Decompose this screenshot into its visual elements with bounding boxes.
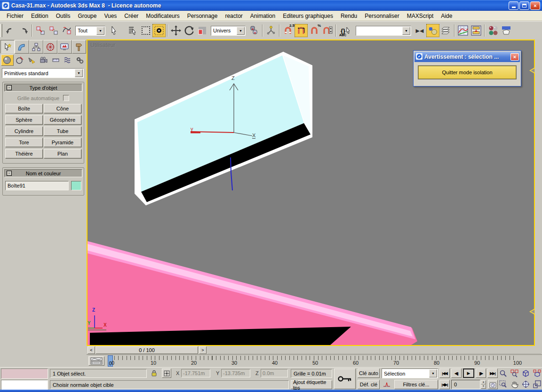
maxscript-mini-listener-macro[interactable] (1, 368, 48, 379)
minimize-button[interactable] (509, 1, 518, 10)
time-slider-track[interactable] (207, 346, 541, 354)
set-key-mode-button[interactable]: Déf. clé (358, 380, 380, 389)
add-time-tag-button[interactable]: Ajout étiquette tps (291, 380, 332, 389)
menu-item[interactable]: Aide (437, 11, 456, 21)
object-type-button[interactable]: Cylindre (5, 126, 43, 136)
menu-item[interactable]: Editeurs graphiques (279, 11, 337, 21)
reference-coordinate-dropdown[interactable]: Univers ▼ (211, 26, 246, 36)
snap-toggle-25-icon[interactable]: 2.5 (281, 24, 295, 37)
object-type-button[interactable]: Tore (5, 138, 43, 147)
category-lights-icon[interactable] (26, 55, 38, 66)
menu-item[interactable]: reactor (221, 11, 246, 21)
select-and-scale-icon[interactable] (196, 24, 209, 37)
dropdown-arrow-icon[interactable]: ▼ (96, 27, 104, 35)
pan-hand-icon[interactable] (509, 379, 520, 389)
category-dropdown[interactable]: Primitives standard ▼ (2, 68, 84, 78)
viewport-label[interactable]: Utilisateur (90, 42, 115, 48)
absolute-offset-toggle[interactable] (162, 368, 171, 378)
key-filters-button[interactable]: Filtres clé... (394, 380, 438, 389)
coord-x-field[interactable]: -17.751m (181, 369, 210, 377)
selection-lock-toggle[interactable] (152, 24, 166, 37)
percent-snap-toggle[interactable]: % (308, 24, 321, 37)
object-type-button[interactable]: Boîte (5, 104, 43, 113)
select-and-move-icon[interactable] (169, 24, 183, 37)
object-name-input[interactable]: Boîte91 (5, 181, 69, 190)
category-helpers-icon[interactable] (50, 55, 62, 66)
time-configuration-button[interactable] (488, 380, 498, 389)
selection-lock-icon[interactable] (149, 368, 159, 378)
redo-icon[interactable] (17, 24, 30, 37)
object-type-button[interactable]: Géosphère (44, 115, 81, 125)
selection-filter-dropdown[interactable]: Tout ▼ (75, 26, 105, 36)
menu-item[interactable]: Personnaliser (361, 11, 403, 21)
unlink-selection-icon[interactable] (47, 24, 60, 37)
zoom-extents-all-icon[interactable] (532, 368, 542, 378)
menu-item[interactable]: Personnage (183, 11, 222, 21)
zoom-all-icon[interactable] (509, 368, 520, 378)
object-type-button[interactable]: Pyramide (44, 138, 81, 147)
object-type-button[interactable]: Sphère (5, 115, 43, 125)
dialog-title-bar[interactable]: Avertissement : sélection ... × (414, 52, 520, 62)
category-geometry-icon[interactable] (1, 55, 14, 66)
name-color-rollout-header[interactable]: - Nom et couleur (4, 169, 82, 177)
previous-frame-arrow[interactable]: < (88, 346, 95, 354)
collapse-icon[interactable]: - (7, 171, 12, 176)
use-pivot-center-icon[interactable] (247, 24, 261, 37)
toolbar-handle[interactable] (0, 24, 2, 37)
key-mode-toggle[interactable]: |◀▶| (439, 380, 450, 389)
restore-button[interactable] (519, 1, 529, 10)
menu-item[interactable]: Créer (120, 11, 142, 21)
go-to-start-button[interactable]: |◀◀ (439, 368, 450, 378)
menu-item[interactable]: Modificateurs (142, 11, 183, 21)
tab-modify[interactable] (15, 40, 29, 54)
mirror-icon[interactable]: ▶◀ (413, 24, 426, 37)
curve-editor-icon[interactable] (456, 24, 470, 37)
select-by-name-icon[interactable] (126, 24, 139, 37)
viewport-user[interactable]: Z X y Z Y X Utilisateur Avertissement : … (87, 39, 535, 346)
dropdown-arrow-icon[interactable]: ▼ (237, 27, 245, 35)
object-type-button[interactable]: Plan (44, 149, 81, 158)
menu-item[interactable]: Fichier (3, 11, 27, 21)
tab-motion[interactable] (43, 40, 57, 54)
collapse-icon[interactable]: - (7, 85, 12, 90)
menu-item[interactable]: Outils (52, 11, 74, 21)
select-and-manipulate-icon[interactable] (264, 24, 278, 37)
tab-display[interactable] (57, 40, 72, 54)
current-frame-field[interactable]: 0 (451, 380, 480, 389)
angle-snap-toggle[interactable] (295, 24, 308, 37)
render-setup-icon[interactable] (500, 24, 513, 37)
arc-rotate-icon[interactable] (520, 379, 531, 389)
track-bar[interactable]: 0 0102030405060708090100 (87, 354, 542, 367)
category-shapes-icon[interactable] (14, 55, 26, 66)
object-type-button[interactable]: Tube (44, 126, 81, 136)
select-and-link-icon[interactable] (34, 24, 47, 37)
bind-to-spacewarp-icon[interactable] (60, 24, 73, 37)
object-type-rollout-header[interactable]: - Type d'objet (4, 84, 82, 92)
coord-z-field[interactable]: 0.0m (261, 369, 288, 377)
menu-item[interactable]: Animation (247, 11, 279, 21)
track-bar-ruler[interactable]: 0 0102030405060708090100 (107, 355, 518, 367)
time-slider-handle[interactable]: 0 / 100 (96, 346, 198, 354)
coord-y-field[interactable]: -13.735m (221, 369, 250, 377)
undo-icon[interactable] (4, 24, 17, 37)
menu-item[interactable]: Groupe (74, 11, 100, 21)
dropdown-arrow-icon[interactable]: ▼ (75, 69, 83, 77)
object-color-swatch[interactable] (71, 181, 81, 190)
mini-curve-editor-button[interactable] (88, 356, 104, 366)
close-button[interactable]: × (530, 1, 540, 10)
dropdown-arrow-icon[interactable]: ▼ (402, 27, 410, 35)
selection-set-dropdown[interactable]: Sélection ▼ (382, 368, 438, 378)
go-to-end-button[interactable]: ▶▶| (487, 368, 498, 378)
schematic-view-icon[interactable] (470, 24, 483, 37)
set-key-button[interactable] (334, 368, 356, 389)
quit-isolation-button[interactable]: Quitter mode isolation (418, 66, 516, 79)
region-zoom-icon[interactable] (498, 379, 509, 389)
object-type-button[interactable]: Cône (44, 104, 81, 113)
tab-utilities[interactable] (72, 40, 86, 54)
dialog-close-icon[interactable]: × (510, 53, 519, 61)
object-type-button[interactable]: Théière (5, 149, 43, 158)
dropdown-arrow-icon[interactable]: ▼ (429, 369, 437, 377)
tab-hierarchy[interactable] (29, 40, 43, 54)
select-object-icon[interactable] (107, 24, 120, 37)
next-frame-button[interactable]: ||▶ (476, 368, 486, 378)
